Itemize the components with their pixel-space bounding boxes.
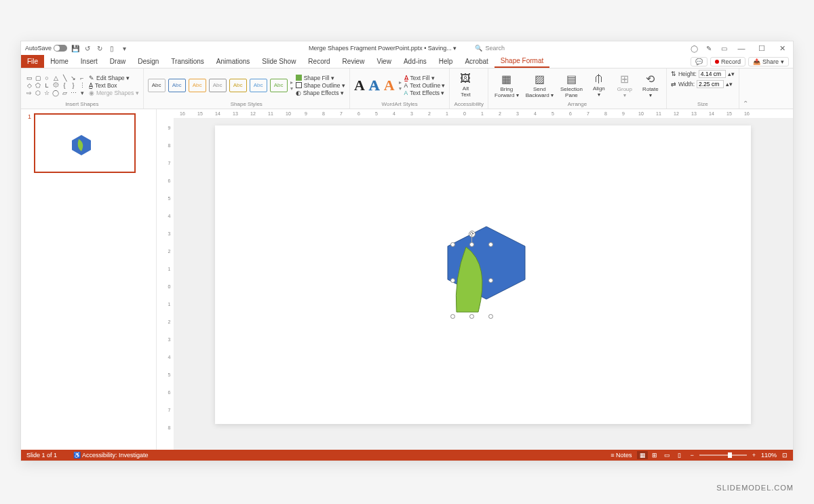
style-thumb-7[interactable]: Abc xyxy=(270,79,288,92)
handle-mr[interactable] xyxy=(488,278,493,283)
ribbon-display-icon[interactable]: ▭ xyxy=(720,44,728,52)
edit-shape-button[interactable]: ✎Edit Shape ▾ xyxy=(89,75,139,81)
account-icon[interactable]: ◯ xyxy=(690,44,698,52)
bring-forward-button[interactable]: ▦Bring Forward ▾ xyxy=(492,71,521,100)
save-icon[interactable]: 💾 xyxy=(71,44,79,52)
tab-slideshow[interactable]: Slide Show xyxy=(256,55,302,68)
handle-tr[interactable] xyxy=(488,242,493,247)
normal-view-button[interactable]: ▦ xyxy=(637,451,648,459)
zoom-level[interactable]: 110% xyxy=(761,452,777,459)
handle-tm[interactable] xyxy=(469,242,474,247)
maximize-button[interactable]: ☐ xyxy=(755,44,769,53)
tab-draw[interactable]: Draw xyxy=(104,55,132,68)
height-field[interactable]: ⇅Height:▴▾ xyxy=(671,70,735,78)
text-outline-button[interactable]: AText Outline ▾ xyxy=(404,82,446,89)
tab-file[interactable]: File xyxy=(21,55,44,68)
zoom-slider[interactable] xyxy=(699,454,747,456)
sorter-view-button[interactable]: ⊞ xyxy=(649,451,660,459)
shape-fill-button[interactable]: Shape Fill ▾ xyxy=(296,75,345,81)
style-thumb-2[interactable]: Abc xyxy=(168,79,186,92)
undo-icon[interactable]: ↺ xyxy=(83,44,92,52)
zoom-in-button[interactable]: + xyxy=(752,452,756,459)
style-thumb-6[interactable]: Abc xyxy=(250,79,267,92)
status-accessibility[interactable]: ♿ Accessibility: Investigate xyxy=(73,452,149,459)
comments-button[interactable]: 💬 xyxy=(691,57,708,66)
wordart-thumb-2[interactable]: A xyxy=(369,77,380,94)
qat-more-icon[interactable]: ▾ xyxy=(120,44,128,52)
rotation-handle[interactable]: ⟳ xyxy=(469,231,476,237)
work-area: 1 16151413121110987654321012345678910111… xyxy=(21,109,793,450)
group-shape-styles: Abc Abc Abc Abc Abc Abc Abc ▸▾ Shape Fil… xyxy=(144,69,350,109)
edit-shape-icon: ✎ xyxy=(89,75,94,81)
autosave-toggle[interactable]: AutoSave xyxy=(25,45,67,52)
minimize-button[interactable]: — xyxy=(735,44,748,52)
fit-to-window-button[interactable]: ⊡ xyxy=(782,452,788,459)
tab-insert[interactable]: Insert xyxy=(75,55,104,68)
canvas-area[interactable]: ⟳ xyxy=(174,119,793,450)
tab-view[interactable]: View xyxy=(370,55,398,68)
text-outline-icon: A xyxy=(404,82,408,89)
shape-gallery[interactable]: ▭▢○△╲↘⌐ ◇⬠L۞{}⋮ ⇨⬡☆◯▱⋯▾ xyxy=(25,75,86,96)
notes-button[interactable]: ≡ Notes xyxy=(610,452,632,459)
start-slideshow-icon[interactable]: ▯ xyxy=(108,44,116,52)
tab-review[interactable]: Review xyxy=(336,55,371,68)
zoom-out-button[interactable]: − xyxy=(690,452,693,459)
tab-help[interactable]: Help xyxy=(433,55,459,68)
send-backward-button[interactable]: ▨Send Backward ▾ xyxy=(524,71,556,100)
handle-bm[interactable] xyxy=(469,314,474,319)
text-effects-button[interactable]: AText Effects ▾ xyxy=(404,90,446,96)
search-box[interactable]: 🔍 Search xyxy=(470,43,509,53)
shape-outline-button[interactable]: Shape Outline ▾ xyxy=(296,82,345,89)
height-stepper-icon[interactable]: ▴▾ xyxy=(728,71,735,77)
tab-shape-format[interactable]: Shape Format xyxy=(495,55,549,68)
moon-shape-selected[interactable]: ⟳ xyxy=(452,244,492,317)
collapse-ribbon-button[interactable]: ⌃ xyxy=(739,69,752,109)
width-stepper-icon[interactable]: ▴▾ xyxy=(726,81,733,88)
style-thumb-1[interactable]: Abc xyxy=(148,79,166,92)
height-input[interactable] xyxy=(699,70,726,78)
group-label-accessibility: Accessibility xyxy=(454,100,484,107)
align-button[interactable]: ⫛Align ▾ xyxy=(587,71,610,99)
shape-effects-button[interactable]: ◐Shape Effects ▾ xyxy=(296,90,345,96)
status-slide[interactable]: Slide 1 of 1 xyxy=(26,452,57,459)
slideshow-view-button[interactable]: ▯ xyxy=(674,451,684,459)
reading-view-button[interactable]: ▭ xyxy=(661,451,672,459)
tab-animations[interactable]: Animations xyxy=(210,55,256,68)
wordart-thumb-1[interactable]: A xyxy=(354,77,365,94)
slide-canvas[interactable]: ⟳ xyxy=(215,125,751,424)
share-button[interactable]: 📤 Share ▾ xyxy=(748,57,789,66)
toggle-switch-icon[interactable] xyxy=(54,45,67,52)
alt-text-button[interactable]: 🖼Alt Text xyxy=(454,71,477,99)
handle-tl[interactable] xyxy=(450,242,455,247)
width-field[interactable]: ⇄Width:▴▾ xyxy=(671,80,733,88)
search-placeholder: Search xyxy=(485,45,505,52)
handle-ml[interactable] xyxy=(450,278,455,283)
width-input[interactable] xyxy=(697,80,724,88)
style-thumb-5[interactable]: Abc xyxy=(229,79,247,92)
handle-bl[interactable] xyxy=(450,314,455,319)
group-button[interactable]: ⊞Group ▾ xyxy=(613,71,636,100)
tab-design[interactable]: Design xyxy=(132,55,165,68)
selection-pane-button[interactable]: ▤Selection Pane xyxy=(558,71,585,100)
tab-home[interactable]: Home xyxy=(44,55,75,68)
tab-acrobat[interactable]: Acrobat xyxy=(459,55,494,68)
style-thumb-4[interactable]: Abc xyxy=(209,79,227,92)
rotate-button[interactable]: ⟲Rotate ▾ xyxy=(639,71,662,100)
wordart-thumb-3[interactable]: A xyxy=(384,77,395,94)
redo-icon[interactable]: ↻ xyxy=(96,44,104,52)
merge-shapes-icon: ◉ xyxy=(89,90,94,96)
wordart-more-icon[interactable]: ▸▾ xyxy=(399,79,402,92)
coming-soon-icon[interactable]: ✎ xyxy=(705,44,713,52)
powerpoint-window: AutoSave 💾 ↺ ↻ ▯ ▾ Merge Shapes Fragment… xyxy=(20,41,794,461)
slide-thumbnail-1[interactable] xyxy=(34,113,136,173)
text-box-button[interactable]: A̲Text Box xyxy=(89,82,139,89)
handle-br[interactable] xyxy=(488,314,493,319)
styles-more-icon[interactable]: ▸▾ xyxy=(290,79,293,92)
tab-addins[interactable]: Add-ins xyxy=(398,55,433,68)
text-fill-button[interactable]: A̲Text Fill ▾ xyxy=(404,75,446,81)
close-button[interactable]: ✕ xyxy=(775,44,789,53)
style-thumb-3[interactable]: Abc xyxy=(189,79,206,92)
tab-transitions[interactable]: Transitions xyxy=(165,55,210,68)
tab-record[interactable]: Record xyxy=(302,55,336,68)
record-button[interactable]: Record xyxy=(710,57,745,66)
